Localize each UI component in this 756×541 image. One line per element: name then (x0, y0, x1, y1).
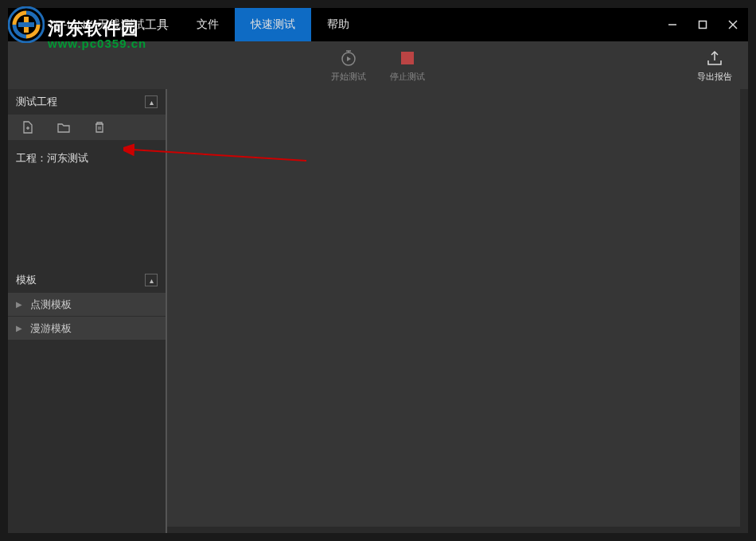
collapse-icon[interactable]: ▴ (145, 95, 158, 108)
project-item[interactable]: 工程：河东测试 (16, 148, 158, 169)
maximize-button[interactable] (688, 8, 718, 41)
template-section: 模板 ▴ ▶ 点测模板 ▶ 漫游模板 (8, 267, 166, 341)
close-button[interactable] (718, 8, 748, 41)
sidebar: 测试工程 ▴ (8, 89, 167, 533)
project-toolbar (8, 115, 166, 140)
stopwatch-icon (339, 49, 358, 68)
toolbar-center: 开始测试 停止测试 (331, 49, 425, 83)
main-content (167, 89, 748, 533)
template-section-title: 模板 (16, 273, 37, 287)
project-section-title: 测试工程 (16, 95, 57, 109)
menu-tabs: 文件 快速测试 帮助 (181, 8, 365, 41)
menu-quick-test[interactable]: 快速测试 (235, 8, 311, 41)
scrollbar-vertical[interactable] (740, 89, 748, 533)
collapse-icon[interactable]: ▴ (145, 274, 158, 286)
template-item-roaming[interactable]: ▶ 漫游模板 (8, 317, 166, 341)
watermark-site-url: www.pc0359.cn (48, 37, 146, 50)
chevron-right-icon: ▶ (16, 300, 22, 309)
start-test-label: 开始测试 (331, 71, 366, 83)
export-report-button[interactable]: 导出报告 (697, 49, 732, 83)
window-controls (657, 8, 748, 41)
template-section-header: 模板 ▴ (8, 267, 166, 293)
minimize-button[interactable] (657, 8, 688, 41)
watermark-logo (8, 6, 45, 43)
stop-test-label: 停止测试 (390, 71, 425, 83)
delete-button[interactable] (92, 119, 107, 135)
svg-rect-4 (699, 21, 707, 29)
project-list: 工程：河东测试 (8, 140, 166, 267)
start-test-button[interactable]: 开始测试 (331, 49, 366, 83)
template-label: 漫游模板 (30, 321, 72, 336)
scrollbar-horizontal[interactable] (167, 527, 748, 533)
main-window: TP-LINK 无线测试工具 文件 快速测试 帮助 (8, 8, 748, 533)
menu-file[interactable]: 文件 (181, 8, 235, 41)
new-file-button[interactable] (20, 119, 36, 135)
open-folder-button[interactable] (56, 119, 72, 135)
stop-icon (398, 49, 417, 68)
template-list: ▶ 点测模板 ▶ 漫游模板 (8, 293, 166, 341)
template-label: 点测模板 (30, 298, 72, 312)
content-area: 测试工程 ▴ (8, 89, 748, 533)
project-section: 测试工程 ▴ (8, 89, 166, 267)
project-section-header: 测试工程 ▴ (8, 89, 166, 115)
export-icon (705, 49, 724, 68)
chevron-right-icon: ▶ (16, 324, 22, 333)
stop-test-button[interactable]: 停止测试 (390, 49, 425, 83)
svg-marker-10 (347, 56, 351, 61)
svg-rect-2 (18, 22, 34, 27)
menu-help[interactable]: 帮助 (311, 8, 365, 41)
export-report-label: 导出报告 (697, 71, 732, 83)
template-item-point[interactable]: ▶ 点测模板 (8, 293, 166, 317)
